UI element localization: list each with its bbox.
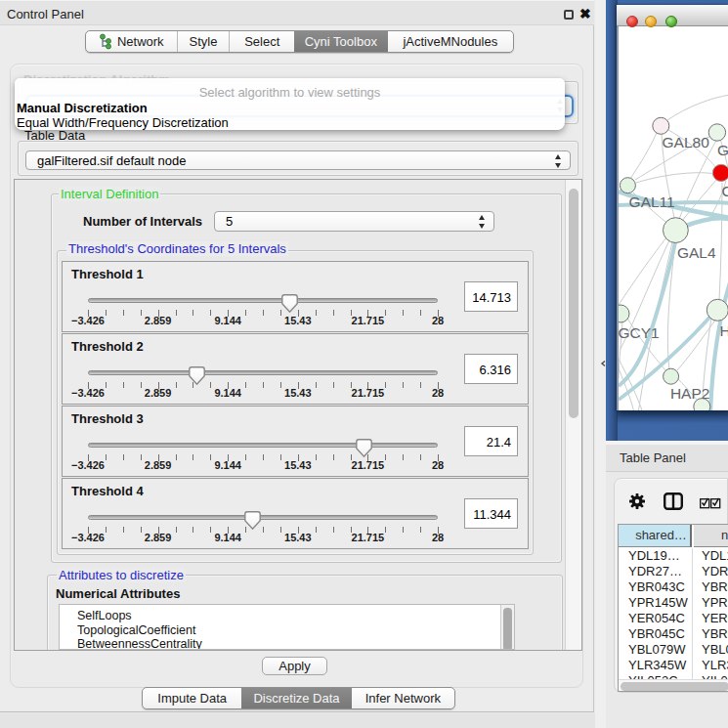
svg-text:GAL11: GAL11: [629, 193, 675, 210]
svg-text:HAP2: HAP2: [670, 385, 710, 402]
svg-text:GAL80: GAL80: [663, 134, 710, 150]
svg-text:GCY1: GCY1: [619, 324, 660, 341]
svg-text:C: C: [722, 183, 728, 199]
svg-text:GAL4: GAL4: [677, 244, 716, 261]
svg-text:H: H: [720, 322, 728, 339]
svg-text:GA: GA: [717, 142, 728, 158]
